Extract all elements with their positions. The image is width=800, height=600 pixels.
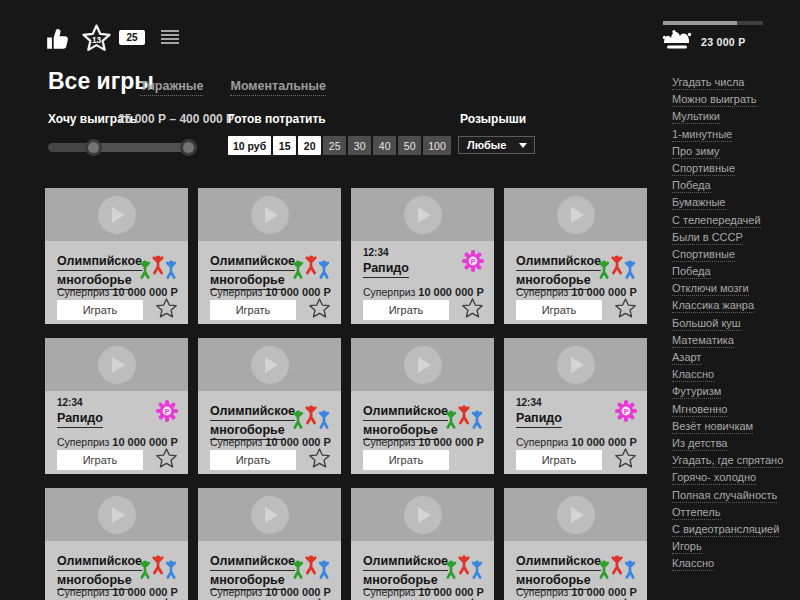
- game-preview[interactable]: [504, 338, 647, 391]
- game-preview[interactable]: [198, 488, 341, 541]
- category-link[interactable]: Победа: [672, 265, 711, 279]
- category-link[interactable]: Спортивные: [672, 248, 735, 262]
- game-preview[interactable]: [45, 338, 188, 391]
- category-link[interactable]: Классика жанра: [672, 299, 754, 313]
- slider-handle-max[interactable]: [180, 139, 197, 156]
- category-link[interactable]: Классно: [672, 368, 714, 382]
- svg-text:Р: Р: [624, 408, 629, 415]
- spend-amount-button[interactable]: 25: [323, 136, 346, 155]
- spend-amount-button[interactable]: 20: [298, 136, 321, 155]
- category-link[interactable]: Горячо- холодно: [672, 471, 756, 485]
- category-link[interactable]: Большой куш: [672, 317, 741, 331]
- play-icon: [251, 196, 289, 234]
- game-title[interactable]: Рапидо: [57, 410, 151, 429]
- game-preview[interactable]: [351, 338, 494, 391]
- tab[interactable]: Тиражные: [140, 79, 203, 96]
- game-title[interactable]: Рапидо: [363, 260, 457, 279]
- menu-icon[interactable]: [161, 30, 179, 46]
- category-link[interactable]: Можно выиграть: [672, 93, 757, 107]
- prize-label: Суперприз: [210, 436, 262, 448]
- svg-text:13: 13: [92, 36, 102, 45]
- category-link[interactable]: 1-минутные: [672, 128, 732, 142]
- play-button[interactable]: Играть: [363, 450, 449, 470]
- category-link[interactable]: Мультики: [672, 110, 720, 124]
- prize-label: Суперприз: [57, 286, 109, 298]
- play-button[interactable]: Играть: [363, 300, 449, 320]
- game-preview[interactable]: [351, 188, 494, 241]
- play-button[interactable]: Играть: [516, 300, 602, 320]
- favorite-star-icon[interactable]: [461, 297, 484, 320]
- category-link[interactable]: Про зиму: [672, 145, 720, 159]
- category-link[interactable]: Математика: [672, 334, 734, 348]
- game-preview[interactable]: [504, 488, 647, 541]
- spend-amount-button[interactable]: 50: [398, 136, 421, 155]
- category-link[interactable]: Оттепель: [672, 506, 721, 520]
- game-info: Олимпийское многоборье: [198, 241, 341, 324]
- spend-filter-label: Готов потратить: [228, 112, 326, 126]
- wallet-button[interactable]: 23 000 Р: [660, 29, 745, 55]
- category-link[interactable]: Угадать числа: [672, 76, 744, 90]
- page-title: Все игры: [48, 68, 154, 95]
- category-link[interactable]: Угадать, где спрятано: [672, 454, 783, 468]
- play-icon: [98, 496, 136, 534]
- spend-amount-button[interactable]: 15: [273, 136, 296, 155]
- draws-dropdown[interactable]: Любые: [458, 136, 535, 154]
- category-link[interactable]: С видеотрансляцией: [672, 523, 779, 537]
- category-link[interactable]: Были в СССР: [672, 231, 743, 245]
- favorite-star-icon[interactable]: [308, 297, 331, 320]
- category-link[interactable]: Спортивные: [672, 162, 735, 176]
- category-link[interactable]: Мгновенно: [672, 403, 727, 417]
- favorite-star-icon[interactable]: [155, 447, 178, 470]
- game-info: Олимпийское многоборье: [504, 241, 647, 324]
- win-range-slider: [48, 139, 197, 156]
- favorite-star-icon[interactable]: [155, 297, 178, 320]
- game-info: Олимпийское многоборье: [351, 541, 494, 600]
- spend-amount-button[interactable]: 100: [423, 136, 451, 155]
- spend-amount-button[interactable]: 40: [373, 136, 396, 155]
- category-link[interactable]: Отключи мозги: [672, 282, 749, 296]
- game-preview[interactable]: [45, 188, 188, 241]
- category-link[interactable]: Классно: [672, 557, 714, 571]
- prize-label: Суперприз: [516, 286, 568, 298]
- counter-badge[interactable]: 25: [119, 30, 145, 45]
- game-info: Олимпийское многоборье: [198, 391, 341, 474]
- category-link[interactable]: Победа: [672, 179, 711, 193]
- category-link[interactable]: Азарт: [672, 351, 701, 365]
- play-button[interactable]: Играть: [516, 450, 602, 470]
- favorite-star-icon[interactable]: [308, 447, 331, 470]
- play-icon: [404, 346, 442, 384]
- play-icon: [98, 346, 136, 384]
- spend-amount-button[interactable]: 10 руб: [228, 136, 271, 155]
- category-link[interactable]: Везёт новичкам: [672, 420, 753, 434]
- category-link[interactable]: Бумажные: [672, 196, 726, 210]
- category-link[interactable]: С телепередачей: [672, 214, 761, 228]
- favorite-star-icon[interactable]: [614, 447, 637, 470]
- game-info: 12:34 Рапидо Р: [351, 241, 494, 324]
- spend-amount-button[interactable]: 30: [348, 136, 371, 155]
- gear-icon: Р: [155, 399, 179, 427]
- play-icon: [251, 346, 289, 384]
- game-card: Олимпийское многоборье: [351, 338, 494, 474]
- prize-label: Суперприз: [516, 436, 568, 448]
- category-link[interactable]: Полная случайность: [672, 489, 777, 503]
- play-button[interactable]: Играть: [210, 300, 296, 320]
- category-link[interactable]: Из детства: [672, 437, 727, 451]
- game-preview[interactable]: [198, 338, 341, 391]
- game-preview[interactable]: [504, 188, 647, 241]
- game-preview[interactable]: [351, 488, 494, 541]
- game-draw-time: 12:34: [57, 397, 83, 408]
- game-preview[interactable]: [45, 488, 188, 541]
- tab[interactable]: Моментальные: [230, 79, 326, 96]
- play-button[interactable]: Играть: [57, 450, 143, 470]
- game-card: Олимпийское многоборье: [504, 488, 647, 600]
- play-button[interactable]: Играть: [210, 450, 296, 470]
- favorite-star-icon[interactable]: [614, 297, 637, 320]
- category-link[interactable]: Футуризм: [672, 385, 721, 399]
- play-button[interactable]: Играть: [57, 300, 143, 320]
- slider-handle-min[interactable]: [85, 139, 102, 156]
- game-preview[interactable]: [198, 188, 341, 241]
- game-title[interactable]: Рапидо: [516, 410, 610, 429]
- star-badge-icon[interactable]: 13: [81, 23, 112, 58]
- category-link[interactable]: Игорь: [672, 540, 702, 554]
- thumbs-up-icon[interactable]: [45, 26, 71, 56]
